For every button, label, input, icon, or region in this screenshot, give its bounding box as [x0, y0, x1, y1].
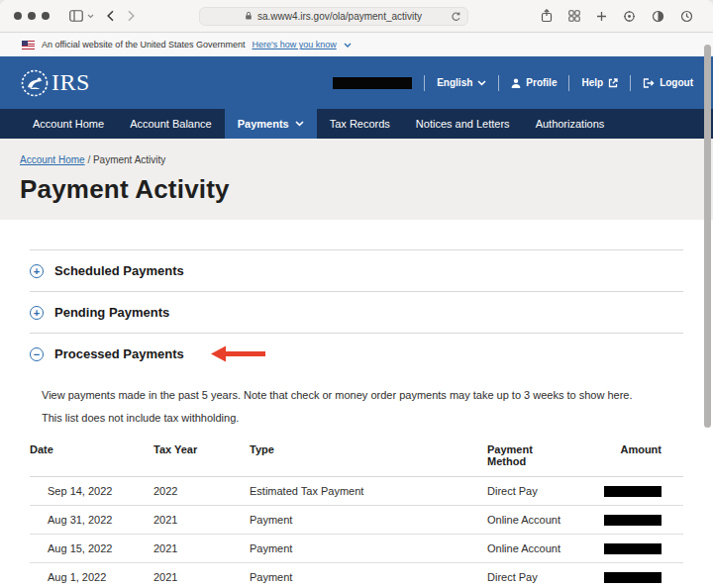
expand-plus-icon[interactable]: +	[30, 264, 44, 278]
breadcrumb-account-home-link[interactable]: Account Home	[20, 154, 85, 165]
logout-button[interactable]: Logout	[643, 77, 693, 88]
accordion-label[interactable]: Processed Payments	[54, 346, 184, 361]
table-cell-type: Payment	[250, 535, 487, 563]
nav-item-payments-label: Payments	[238, 109, 289, 139]
header-divider	[498, 75, 499, 91]
lock-icon	[245, 11, 253, 21]
amount-redacted	[604, 543, 662, 554]
table-cell-date: Aug 31, 2022	[30, 506, 153, 535]
table-cell-date: Aug 15, 2022	[30, 535, 153, 563]
settings-icon[interactable]	[623, 10, 636, 23]
contrast-icon[interactable]	[652, 10, 664, 23]
back-button[interactable]	[106, 10, 115, 22]
table-cell-amount	[604, 477, 683, 506]
nav-item-authorizations[interactable]: Authorizations	[523, 109, 618, 139]
address-bar[interactable]: sa.www4.irs.gov/ola/payment_activity	[199, 7, 468, 26]
profile-label: Profile	[526, 77, 557, 88]
accordion-label[interactable]: Pending Payments	[54, 305, 169, 320]
logout-label: Logout	[660, 77, 693, 88]
breadcrumb-separator: /	[87, 154, 90, 165]
table-cell-date: Sep 14, 2022	[30, 477, 153, 506]
page-header-band: Account Home / Payment Activity Payment …	[0, 139, 713, 220]
table-cell-tax-year: 2022	[153, 477, 250, 506]
logout-icon	[643, 78, 655, 88]
page-title: Payment Activity	[20, 174, 713, 205]
chevron-down-icon	[295, 121, 304, 127]
clock-icon[interactable]	[680, 10, 693, 23]
table-cell-method: Direct Pay	[487, 477, 604, 506]
accordion-processed-payments[interactable]: − Processed Payments	[30, 333, 683, 374]
payments-table: Date Tax Year Type Payment Method Amount…	[30, 439, 683, 588]
language-label: English	[437, 77, 472, 88]
breadcrumb: Account Home / Payment Activity	[20, 154, 713, 165]
help-button[interactable]: Help	[581, 77, 618, 88]
username-redacted	[333, 77, 412, 89]
window-controls[interactable]	[14, 12, 50, 20]
table-cell-amount	[604, 506, 683, 535]
processed-payments-panel: View payments made in the past 5 years. …	[30, 374, 683, 588]
accordion-pending-payments[interactable]: + Pending Payments	[30, 291, 683, 333]
table-cell-method: Direct Pay	[487, 563, 604, 588]
accordion-label[interactable]: Scheduled Payments	[54, 263, 184, 278]
gov-banner: An official website of the United States…	[0, 33, 713, 56]
gov-banner-text: An official website of the United States…	[42, 40, 245, 49]
collapse-minus-icon[interactable]: −	[30, 347, 44, 361]
browser-window: sa.www4.irs.gov/ola/payment_activity	[0, 0, 713, 588]
col-header-date: Date	[30, 439, 153, 477]
person-icon	[511, 78, 521, 88]
table-cell-date: Aug 1, 2022	[30, 563, 153, 588]
nav-item-payments[interactable]: Payments	[225, 109, 317, 139]
new-tab-icon[interactable]	[596, 11, 607, 22]
help-label: Help	[581, 77, 603, 88]
table-cell-method: Online Account	[487, 506, 604, 535]
amount-redacted	[604, 515, 662, 526]
header-divider	[568, 75, 569, 91]
share-icon[interactable]	[541, 9, 553, 23]
expand-plus-icon[interactable]: +	[30, 306, 44, 320]
scrollbar-thumb[interactable]	[704, 45, 711, 428]
table-cell-tax-year: 2021	[153, 535, 250, 563]
how-you-know-link[interactable]: Here's how you know	[252, 40, 336, 49]
table-cell-method: Online Account	[487, 535, 604, 563]
amount-redacted	[604, 572, 662, 583]
nav-item-account-home[interactable]: Account Home	[20, 109, 117, 139]
col-header-amount: Amount	[604, 439, 683, 477]
nav-item-notices-and-letters[interactable]: Notices and Letters	[403, 109, 523, 139]
language-selector[interactable]: English	[437, 77, 486, 88]
table-cell-type: Payment	[250, 506, 487, 535]
table-cell-type: Payment	[250, 563, 487, 588]
main-content: + Scheduled Payments + Pending Payments …	[0, 220, 713, 588]
nav-item-account-balance[interactable]: Account Balance	[117, 109, 225, 139]
header-divider	[630, 75, 631, 91]
col-header-tax-year: Tax Year	[153, 439, 250, 477]
irs-logo-text: IRS	[51, 69, 90, 96]
accordion-scheduled-payments[interactable]: + Scheduled Payments	[30, 249, 683, 291]
irs-logo[interactable]: IRS	[20, 68, 90, 98]
processed-note: This list does not include tax withholdi…	[42, 412, 683, 424]
table-cell-tax-year: 2021	[153, 506, 250, 535]
nav-item-tax-records[interactable]: Tax Records	[317, 109, 403, 139]
browser-toolbar: sa.www4.irs.gov/ola/payment_activity	[0, 0, 713, 33]
chevron-down-icon	[477, 80, 486, 86]
table-cell-type: Estimated Tax Payment	[250, 477, 487, 506]
irs-header: IRS English Profile Help Logout	[0, 56, 713, 109]
sidebar-chevron-icon[interactable]	[87, 14, 94, 19]
col-header-type: Type	[250, 439, 487, 477]
url-text: sa.www4.irs.gov/ola/payment_activity	[257, 11, 422, 22]
banner-chevron-down-icon[interactable]	[344, 43, 352, 48]
table-cell-tax-year: 2021	[153, 563, 250, 588]
main-nav: Account Home Account Balance Payments Ta…	[0, 109, 713, 139]
tab-grid-icon[interactable]	[568, 10, 580, 22]
amount-redacted	[604, 486, 662, 497]
external-link-icon	[608, 78, 618, 88]
annotation-arrow-icon	[211, 345, 266, 362]
us-flag-icon	[22, 41, 35, 49]
profile-button[interactable]: Profile	[511, 77, 557, 88]
forward-button[interactable]	[127, 10, 136, 22]
processed-description: View payments made in the past 5 years. …	[42, 389, 683, 401]
sidebar-icon[interactable]	[69, 10, 83, 22]
refresh-icon[interactable]	[451, 11, 461, 23]
breadcrumb-current: Payment Activity	[93, 154, 165, 165]
table-cell-amount	[604, 563, 683, 588]
header-divider	[424, 75, 425, 91]
